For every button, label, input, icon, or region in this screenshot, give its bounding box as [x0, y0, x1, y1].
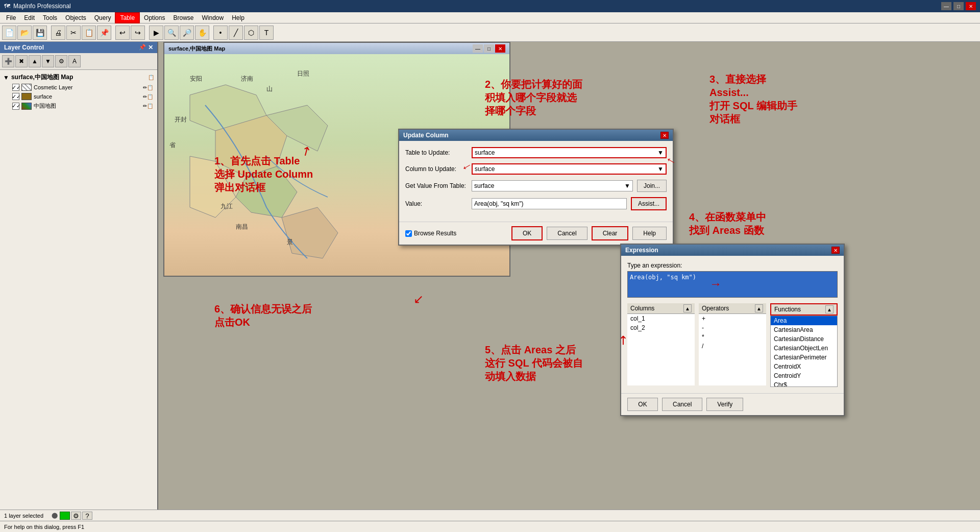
update-cancel-button[interactable]: Cancel [547, 227, 587, 240]
col-item-1[interactable]: col_1 [627, 314, 695, 323]
func-item-chr[interactable]: Chr$ [771, 380, 837, 387]
func-item-centroidx[interactable]: CentroidX [771, 362, 837, 371]
expression-cancel-button[interactable]: Cancel [662, 398, 702, 411]
functions-list[interactable]: Area CartesianArea CartesianDistance Car… [770, 316, 838, 387]
layer-remove-btn[interactable]: ✖ [15, 55, 28, 67]
func-item-centroidy[interactable]: CentroidY [771, 371, 837, 380]
update-help-button[interactable]: Help [632, 227, 667, 240]
layer-check-surface[interactable]: ✓ [12, 93, 19, 100]
layer-add-btn[interactable]: ➕ [2, 55, 14, 67]
layer-item-map[interactable]: ✓ 中国地图 ✏📋 [2, 101, 155, 111]
expression-ok-button[interactable]: OK [627, 398, 658, 411]
layer-help-btn[interactable]: ? [82, 512, 92, 520]
tool-text[interactable]: T [259, 26, 274, 40]
update-ok-button[interactable]: OK [511, 226, 543, 240]
columns-scroll-up[interactable]: ▲ [683, 304, 692, 312]
columns-panel: Columns ▲ col_1 col_2 [627, 303, 695, 387]
tool-zoom-in[interactable]: 🔍 [164, 26, 179, 40]
tool-redo[interactable]: ↪ [131, 26, 145, 40]
op-item-3[interactable]: * [699, 332, 766, 342]
tool-select[interactable]: ▶ [149, 26, 163, 40]
close-button[interactable]: ✕ [966, 2, 976, 10]
update-column-close[interactable]: ✕ [660, 132, 669, 139]
layers-status: 1 layer selected [4, 513, 43, 519]
assist-button[interactable]: Assist... [631, 197, 667, 210]
browse-results-check[interactable]: Browse Results [405, 230, 456, 237]
layer-group-surface: ▼ surface,中国地图 Map 📋 ✓ Cosmetic Layer ✏📋… [2, 72, 155, 111]
menu-edit[interactable]: Edit [20, 13, 39, 22]
layer-group-icon: 📋 [148, 75, 154, 80]
functions-scroll-up[interactable]: ▲ [825, 305, 834, 313]
map-minimize[interactable]: — [473, 44, 483, 53]
func-item-cartesianobjectlen[interactable]: CartesianObjectLen [771, 344, 837, 353]
column-to-update-control[interactable]: surface ▼ [472, 163, 667, 175]
op-item-2[interactable]: - [699, 323, 766, 332]
minimize-button[interactable]: — [941, 2, 951, 10]
layer-item-surface[interactable]: ✓ surface ✏📋 [2, 92, 155, 101]
layer-settings-btn[interactable]: ⚙ [71, 512, 81, 520]
layer-pin-icon[interactable]: 📌 [139, 44, 146, 51]
op-item-1[interactable]: + [699, 314, 766, 323]
expression-close[interactable]: ✕ [831, 247, 840, 254]
layer-close-icon[interactable]: ✕ [148, 44, 153, 51]
tool-undo[interactable]: ↩ [115, 26, 130, 40]
columns-list[interactable]: col_1 col_2 [627, 314, 695, 385]
layer-group-header[interactable]: ▼ surface,中国地图 Map 📋 [2, 72, 155, 83]
layer-props-btn[interactable]: ⚙ [55, 55, 67, 67]
tool-new[interactable]: 📄 [2, 26, 16, 40]
func-item-cartesianperimeter[interactable]: CartesianPerimeter [771, 353, 837, 362]
tool-cut[interactable]: ✂ [66, 26, 81, 40]
tool-save[interactable]: 💾 [33, 26, 47, 40]
layer-check-cosmetic[interactable]: ✓ [12, 84, 19, 91]
menu-file[interactable]: File [2, 13, 20, 22]
menu-tools[interactable]: Tools [39, 13, 61, 22]
get-value-control[interactable]: surface ▼ [472, 180, 633, 191]
layer-edit-surface: ✏📋 [143, 94, 153, 100]
maximize-button[interactable]: □ [953, 2, 964, 10]
menu-help[interactable]: Help [228, 13, 249, 22]
col-item-2[interactable]: col_2 [627, 323, 695, 332]
operators-list[interactable]: + - * / [699, 314, 766, 385]
layer-check-map[interactable]: ✓ [12, 103, 19, 110]
tool-pan[interactable]: ✋ [195, 26, 209, 40]
expression-body: Type an expression: Area(obj, "sq km") C… [621, 256, 844, 393]
layer-visible-btn[interactable] [60, 512, 70, 520]
tool-point[interactable]: • [213, 26, 228, 40]
map-maximize[interactable]: □ [484, 44, 494, 53]
layer-group-name: surface,中国地图 Map [11, 73, 73, 82]
content-area: surface,中国地图 Map — □ ✕ [158, 42, 980, 510]
layer-down-btn[interactable]: ▼ [42, 55, 54, 67]
expression-title: Expression [625, 247, 658, 254]
tool-paste[interactable]: 📌 [97, 26, 111, 40]
join-button[interactable]: Join... [637, 180, 667, 192]
tool-polygon[interactable]: ⬡ [244, 26, 258, 40]
value-input[interactable] [472, 198, 627, 209]
tool-open[interactable]: 📂 [17, 26, 32, 40]
tool-print[interactable]: 🖨 [51, 26, 65, 40]
menu-table[interactable]: Table [115, 12, 140, 23]
menu-query[interactable]: Query [90, 13, 115, 22]
menu-options[interactable]: Options [140, 13, 169, 22]
operators-scroll-up[interactable]: ▲ [755, 304, 763, 312]
expr-input[interactable]: Area(obj, "sq km") [627, 271, 838, 298]
menu-browse[interactable]: Browse [169, 13, 198, 22]
layer-up-btn[interactable]: ▲ [29, 55, 41, 67]
tool-copy[interactable]: 📋 [82, 26, 96, 40]
expression-verify-button[interactable]: Verify [706, 398, 743, 411]
layer-label-btn[interactable]: A [68, 55, 81, 67]
update-clear-button[interactable]: Clear [592, 226, 629, 240]
func-item-cartesiandistance[interactable]: CartesianDistance [771, 334, 837, 344]
menu-window[interactable]: Window [198, 13, 228, 22]
tool-zoom-out[interactable]: 🔎 [180, 26, 194, 40]
op-item-4[interactable]: / [699, 342, 766, 351]
tool-line[interactable]: ╱ [229, 26, 243, 40]
table-to-update-control[interactable]: surface ▼ [472, 147, 667, 158]
browse-checkbox-input[interactable] [405, 230, 412, 237]
menu-objects[interactable]: Objects [61, 13, 90, 22]
map-close[interactable]: ✕ [495, 44, 505, 53]
layer-indicator: ⬤ [52, 512, 58, 519]
func-item-cartesianarea[interactable]: CartesianArea [771, 325, 837, 334]
layer-item-cosmetic[interactable]: ✓ Cosmetic Layer ✏📋 [2, 83, 155, 92]
func-item-area[interactable]: Area [771, 316, 837, 325]
city-jinan: 济南 [241, 75, 253, 83]
